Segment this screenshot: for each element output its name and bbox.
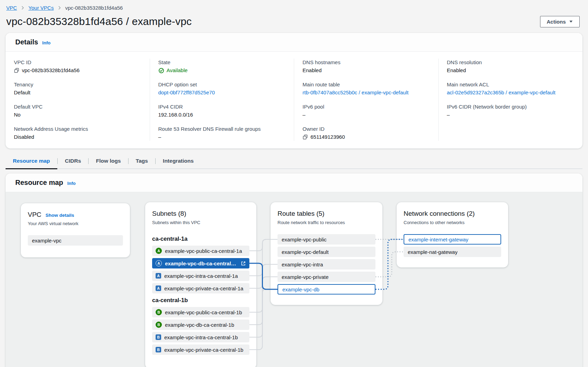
- detail-field: VPC IDvpc-082b35328b1fd4a56: [14, 59, 141, 74]
- subnet-item[interactable]: Bexample-vpc-public-ca-central-1b: [152, 307, 249, 317]
- detail-value-text: –: [447, 111, 450, 119]
- az-badge-a: A: [156, 260, 162, 266]
- detail-field: Default VPCNo: [14, 103, 141, 119]
- subnet-item[interactable]: Bexample-vpc-intra-ca-central-1b: [152, 332, 249, 342]
- vpc-rows: example-vpc: [28, 235, 123, 246]
- tab-flow-logs[interactable]: Flow logs: [89, 153, 128, 169]
- detail-field-label: VPC ID: [14, 59, 141, 66]
- row-label: example-vpc-intra-ca-central-1b: [164, 334, 238, 340]
- detail-field-label: Route 53 Resolver DNS Firewall rule grou…: [158, 125, 286, 133]
- detail-value-text: Available: [167, 67, 188, 74]
- map-card-subtitle: Connections to other networks: [404, 220, 501, 225]
- breadcrumb: VPCYour VPCsvpc-082b35328b1fd4a56: [0, 0, 588, 11]
- details-info-link[interactable]: Info: [42, 40, 51, 45]
- chevron-right-icon: [57, 6, 62, 10]
- detail-value-text: 192.168.0.0/16: [158, 111, 193, 119]
- detail-field-value: –: [447, 111, 574, 119]
- resource-map-title: Resource map: [15, 179, 63, 187]
- row-label: example-vpc-db-ca-central-1b: [165, 322, 234, 328]
- details-panel: Details Info VPC IDvpc-082b35328b1fd4a56…: [6, 33, 582, 148]
- detail-field-value: Available: [158, 67, 286, 74]
- details-body: VPC IDvpc-082b35328b1fd4a56TenancyDefaul…: [6, 52, 582, 148]
- detail-field: Owner ID651149123960: [303, 125, 430, 141]
- breadcrumb-link[interactable]: VPC: [6, 5, 17, 11]
- route-table-item[interactable]: example-vpc-public: [278, 234, 375, 245]
- detail-field: Main route tablertb-0fb7407a8cc525b0c / …: [303, 81, 430, 96]
- detail-value-text: vpc-082b35328b1fd4a56: [22, 67, 80, 74]
- detail-field-label: Network Address Usage metrics: [14, 125, 141, 133]
- vpc-item[interactable]: example-vpc: [28, 235, 123, 246]
- tab-resource-map[interactable]: Resource map: [6, 153, 57, 169]
- detail-field-value-link[interactable]: acl-02e5d92327a2c365b / example-vpc-defa…: [447, 89, 574, 96]
- subnet-item[interactable]: Aexample-vpc-private-ca-central-1a: [152, 283, 249, 293]
- subnet-item[interactable]: Bexample-vpc-private-ca-central-1b: [152, 344, 249, 355]
- route-table-item[interactable]: example-vpc-db: [278, 284, 375, 295]
- az-badge-b: B: [156, 309, 162, 315]
- detail-value-text: acl-02e5d92327a2c365b / example-vpc-defa…: [447, 89, 556, 96]
- copy-icon[interactable]: [14, 68, 19, 73]
- breadcrumb-separator-icon: [20, 6, 25, 10]
- tab-tags[interactable]: Tags: [129, 153, 155, 169]
- route-table-item[interactable]: example-vpc-default: [278, 247, 375, 257]
- detail-field-value: Default: [14, 89, 141, 96]
- detail-field-label: Owner ID: [303, 125, 430, 133]
- map-card-title-text: Network connections (2): [404, 210, 475, 217]
- row-label: example-vpc-db-ca-central-1a: [165, 261, 238, 266]
- tab-integrations[interactable]: Integrations: [156, 153, 201, 169]
- detail-value-text: –: [158, 133, 161, 141]
- detail-field-label: IPv6 CIDR (Network border group): [447, 103, 574, 110]
- az-badge-a: A: [156, 273, 161, 279]
- row-label: example-vpc-intra: [282, 262, 323, 267]
- network-connection-item[interactable]: example-nat-gateway: [404, 247, 501, 257]
- az-group-title: ca-central-1a: [152, 236, 249, 242]
- row-label: example-nat-gateway: [408, 249, 457, 255]
- az-badge-b: B: [156, 347, 161, 352]
- status-success-icon: [158, 68, 164, 74]
- resource-map-panel: Resource map Info VPCShow detailsYour AW…: [6, 173, 582, 367]
- row-label: example-vpc-public-ca-central-1b: [165, 309, 242, 315]
- detail-value-text: Default: [14, 89, 31, 96]
- route-table-item[interactable]: example-vpc-intra: [278, 259, 375, 270]
- detail-value-text: –: [303, 111, 305, 119]
- detail-field-label: State: [158, 59, 286, 66]
- map-card-subtitle: Route network traffic to resources: [278, 220, 375, 225]
- detail-value-text: 651149123960: [310, 133, 345, 141]
- subnet-item[interactable]: Aexample-vpc-db-ca-central-1a: [152, 258, 249, 268]
- detail-field-label: DHCP option set: [158, 81, 286, 88]
- detail-value-text: Disabled: [14, 133, 34, 141]
- tab-cidrs[interactable]: CIDRs: [58, 153, 89, 169]
- subnet-item[interactable]: Aexample-vpc-intra-ca-central-1a: [152, 271, 249, 281]
- detail-field: IPv6 CIDR (Network border group)–: [447, 103, 574, 119]
- map-card-subtitle: Subnets within this VPC: [152, 220, 249, 225]
- network-connection-item[interactable]: example-internet-gateway: [404, 234, 501, 245]
- resource-map-info-link[interactable]: Info: [67, 181, 76, 186]
- detail-field-value-link[interactable]: rtb-0fb7407a8cc525b0c / example-vpc-defa…: [303, 89, 430, 96]
- subnets-card: Subnets (8)Subnets within this VPCca-cen…: [145, 202, 256, 367]
- detail-field: DHCP option setdopt-0bf772ff87d525e70: [158, 81, 286, 96]
- route-table-item[interactable]: example-vpc-private: [278, 272, 375, 282]
- show-details-link[interactable]: Show details: [45, 213, 74, 218]
- map-card-title: Route tables (5): [278, 210, 375, 217]
- network-connection-rows: example-internet-gatewayexample-nat-gate…: [404, 234, 501, 257]
- external-link-icon[interactable]: [241, 261, 246, 266]
- actions-button-label: Actions: [547, 19, 566, 25]
- detail-field: IPv4 CIDR192.168.0.0/16: [158, 103, 286, 119]
- copy-icon[interactable]: [303, 134, 308, 140]
- actions-button[interactable]: Actions: [540, 16, 580, 27]
- detail-value-text: Enabled: [447, 67, 466, 74]
- detail-field-value: Disabled: [14, 133, 141, 141]
- detail-field-value: 192.168.0.0/16: [158, 111, 286, 119]
- subnet-item[interactable]: Bexample-vpc-db-ca-central-1b: [152, 319, 249, 330]
- page-title: vpc-082b35328b1fd4a56 / example-vpc: [6, 16, 192, 27]
- detail-field-value: –: [158, 133, 286, 141]
- breadcrumb-link[interactable]: Your VPCs: [28, 5, 54, 11]
- map-card-title-text: VPC: [28, 211, 41, 219]
- subnet-item[interactable]: Aexample-vpc-public-ca-central-1a: [152, 246, 249, 256]
- detail-field-value-link[interactable]: dopt-0bf772ff87d525e70: [158, 89, 286, 96]
- detail-value-text: Enabled: [303, 67, 322, 74]
- page-header: vpc-082b35328b1fd4a56 / example-vpc Acti…: [0, 11, 588, 27]
- detail-field-value: vpc-082b35328b1fd4a56: [14, 67, 141, 74]
- map-card-title-text: Route tables (5): [278, 210, 324, 217]
- detail-field-label: Main network ACL: [447, 81, 574, 88]
- breadcrumb-separator-icon: [57, 6, 62, 10]
